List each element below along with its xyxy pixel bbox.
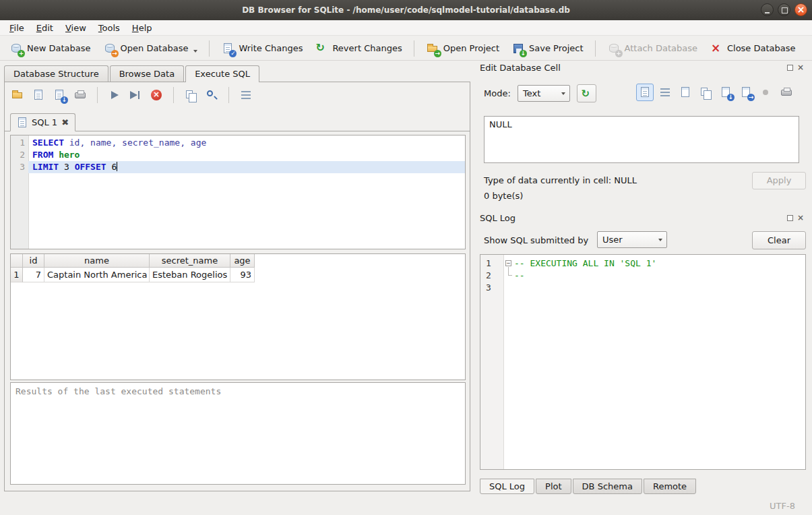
copy-cell-button[interactable] [697, 84, 714, 101]
results-grid[interactable]: id name secret_name age 1 7 Captain Nort… [10, 253, 466, 380]
export-cell-button[interactable]: → [737, 84, 755, 101]
save-sql-as-button[interactable]: ↓ [51, 86, 68, 104]
menu-edit[interactable]: Edit [30, 22, 59, 34]
tab-database-structure[interactable]: Database Structure [4, 65, 108, 82]
fold-marker-icon[interactable] [505, 260, 511, 266]
menu-view[interactable]: View [59, 22, 92, 34]
stop-execution-button[interactable] [148, 86, 165, 104]
open-sql-file-button[interactable] [9, 86, 26, 104]
open-database-button[interactable]: → Open Database [98, 39, 204, 58]
open-project-button[interactable]: → Open Project [420, 39, 505, 58]
column-header-secret-name[interactable]: secret_name [150, 254, 230, 268]
set-null-button[interactable] [757, 84, 775, 101]
line-number: 3 [11, 161, 28, 173]
results-header-row: id name secret_name age [11, 254, 465, 268]
sql-keyword: FROM [32, 150, 53, 160]
execute-line-button[interactable] [127, 86, 144, 104]
line-number: 3 [480, 282, 503, 294]
execute-all-button[interactable] [106, 86, 123, 104]
sql-tab[interactable]: SQL 1 [10, 113, 75, 131]
results-message-box: Results of the last executed statements [10, 382, 466, 485]
sql-number: 6 [106, 162, 117, 172]
menu-help[interactable]: Help [126, 22, 158, 34]
clear-log-button[interactable]: Clear [752, 231, 806, 249]
log-line: 2 -- [480, 270, 805, 282]
cell-editor-icon-row: ↓ → [636, 84, 795, 101]
tab-remote[interactable]: Remote [644, 479, 696, 494]
column-header-name[interactable]: name [44, 254, 150, 268]
maximize-icon[interactable] [778, 3, 790, 16]
minimize-icon[interactable] [761, 3, 774, 16]
cell-name[interactable]: Captain North America [44, 268, 150, 282]
sql-code-editor[interactable]: 1 SELECT id, name, secret_name, age 2 FR… [10, 135, 466, 249]
write-changes-button[interactable]: ✓ Write Changes [216, 39, 308, 58]
stop-icon [150, 88, 163, 102]
table-row[interactable]: 1 7 Captain North America Esteban Rogeli… [11, 268, 465, 282]
cell-size-info: 0 byte(s) [484, 191, 523, 201]
set-null-icon [759, 86, 773, 99]
word-wrap-button[interactable] [656, 84, 674, 101]
tab-execute-sql[interactable]: Execute SQL [185, 65, 259, 82]
export-pages-icon [184, 88, 197, 102]
mode-select[interactable]: Text [518, 85, 570, 102]
attach-database-icon: + [607, 42, 621, 55]
dock-float-icon[interactable] [787, 65, 793, 71]
cell-secret-name[interactable]: Esteban Rogelios [150, 268, 230, 282]
open-in-editor-button[interactable] [677, 84, 694, 101]
tab-plot[interactable]: Plot [536, 479, 571, 494]
auto-format-button[interactable] [237, 86, 255, 104]
dock-close-icon[interactable] [797, 64, 804, 71]
import-data-icon [580, 87, 594, 100]
import-file-icon: ↓ [719, 86, 732, 99]
line-number: 1 [480, 258, 503, 270]
dock-close-icon[interactable] [797, 214, 804, 221]
save-project-icon: ↓ [511, 42, 525, 55]
close-database-label: Close Database [727, 43, 796, 53]
sql-tab-close-icon[interactable] [61, 118, 69, 127]
column-header-id[interactable]: id [23, 254, 44, 268]
sql-log-dock-controls [787, 214, 804, 221]
sql-log-view[interactable]: 1 -- EXECUTING ALL IN 'SQL 1' 2 -- 3 [480, 254, 806, 470]
sql-tab-label: SQL 1 [32, 117, 57, 127]
column-header-age[interactable]: age [230, 254, 255, 268]
save-sql-file-icon [32, 88, 45, 102]
toolbar-separator [209, 40, 210, 57]
menu-tools[interactable]: Tools [92, 22, 126, 34]
toolbar-separator [414, 40, 414, 57]
save-project-button[interactable]: ↓ Save Project [506, 39, 589, 58]
tab-sql-log[interactable]: SQL Log [480, 479, 534, 494]
log-filter-select[interactable]: User [597, 231, 667, 248]
print-cell-button[interactable] [778, 84, 795, 101]
close-database-button[interactable]: Close Database [704, 39, 801, 58]
write-changes-label: Write Changes [239, 43, 303, 53]
import-cell-button[interactable]: ↓ [717, 84, 735, 101]
cell-editor-textarea[interactable]: NULL [484, 116, 799, 163]
row-header-cell[interactable]: 1 [11, 268, 23, 282]
print-sql-button[interactable] [71, 86, 89, 104]
dock-tab-bar: SQL Log Plot DB Schema Remote [480, 479, 697, 494]
log-comment: -- EXECUTING ALL IN 'SQL 1' [514, 258, 656, 270]
open-database-dropdown-icon[interactable] [193, 50, 197, 53]
find-replace-button[interactable] [203, 86, 220, 104]
export-results-button[interactable] [182, 86, 199, 104]
revert-changes-button[interactable]: Revert Changes [309, 39, 407, 58]
apply-data-button[interactable] [577, 84, 596, 102]
toolbar-separator [595, 40, 596, 57]
execute-all-icon [108, 88, 121, 102]
tab-browse-data[interactable]: Browse Data [110, 65, 185, 82]
code-line-current: 3 LIMIT 3 OFFSET 6 [11, 161, 465, 173]
window-controls [761, 3, 807, 16]
corner-header-cell[interactable] [11, 254, 23, 268]
sql-table-name: hero [53, 150, 80, 160]
open-project-label: Open Project [443, 43, 499, 53]
menu-file[interactable]: File [3, 22, 30, 34]
close-icon[interactable] [794, 3, 807, 16]
cell-age[interactable]: 93 [230, 268, 255, 282]
new-database-button[interactable]: + New Database [4, 39, 96, 58]
tab-db-schema[interactable]: DB Schema [573, 479, 642, 494]
dock-float-icon[interactable] [787, 215, 793, 221]
cell-id[interactable]: 7 [23, 268, 44, 282]
encoding-indicator[interactable]: UTF-8 [770, 501, 795, 511]
save-sql-file-button[interactable] [30, 86, 47, 104]
text-mode-button[interactable] [636, 84, 654, 101]
